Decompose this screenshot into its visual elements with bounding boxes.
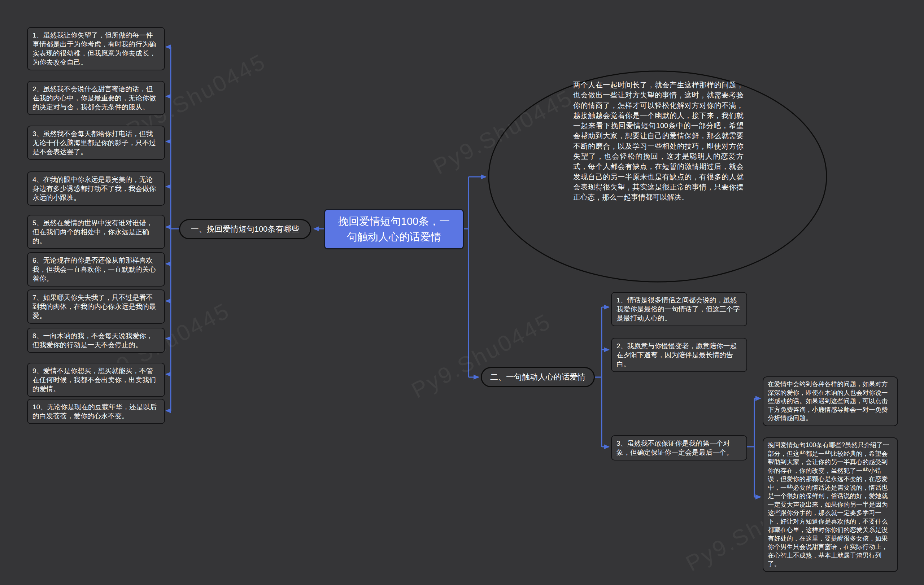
branch2-item-2[interactable]: 2、我愿意与你慢慢变老，愿意陪你一起在夕阳下遛弯，因为陪伴是最长情的告白。 [611,338,747,372]
branch2-node[interactable]: 二、一句触动人心的话爱情 [481,367,595,387]
mindmap-canvas: Py9.Shu0445 Py9.Shu0445 Py9.Shu0445 Py9.… [0,0,924,585]
branch1-item-6[interactable]: 6、无论现在的你是否还像从前那样喜欢我，但我会一直喜欢你，一直默默的关心着你。 [27,252,165,287]
branch1-item-5[interactable]: 5、虽然在爱情的世界中没有谁对谁错，但在我们两个的相处中，你永远是正确的。 [27,215,165,249]
branch2-note-2[interactable]: 挽回爱情短句100条有哪些?虽然只介绍了一部分，但这些都是一些比较经典的，希望会… [763,437,898,572]
branch1-item-3[interactable]: 3、虽然我不会每天都给你打电话，但我无论干什么脑海里都是你的影子，只不过是不会表… [27,125,165,160]
branch1-item-2[interactable]: 2、虽然我不会说什么甜言蜜语的话，但在我的内心中，你是最重要的，无论你做的决定对… [27,81,165,115]
branch2-note-1[interactable]: 在爱情中会约到各种各样的问题，如果对方深深的爱你，即使在木讷的人也会对你说一些感… [763,376,898,426]
summary-ellipse-text: 两个人在一起时间长了，就会产生这样那样的问题，也会做出一些让对方失望的事情，这时… [573,80,744,203]
branch1-item-9[interactable]: 9、爱情不是你想买，想买就能买，不管在任何时候，我都不会出卖你，出卖我们的爱情。 [27,363,165,397]
branch1-item-7[interactable]: 7、如果哪天你失去我了，只不过是看不到我的肉体，在我的内心你永远是我的最爱。 [27,290,165,324]
branch2-item-3[interactable]: 3、虽然我不敢保证你是我的第一个对象，但确定保证你一定会是最后一个。 [611,435,747,460]
root-node[interactable]: 挽回爱情短句100条，一句触动人心的话爱情 [324,209,464,249]
branch2-item-1[interactable]: 1、情话是很多情侣之间都会说的，虽然我爱你是最俗的一句情话了，但这三个字是最打动… [611,292,747,326]
branch1-node[interactable]: 一、挽回爱情短句100条有哪些 [179,219,311,239]
branch1-item-10[interactable]: 10、无论你是现在的豆蔻年华，还是以后的白发苍苍，爱你的心永不变。 [27,399,165,424]
branch1-item-8[interactable]: 8、一向木讷的我，不会每天说我爱你，但我爱你的行动是一天不会停止的。 [27,328,165,353]
branch1-item-4[interactable]: 4、在我的眼中你永远是最完美的，无论身边有多少诱惑都打动不了我，我会做你永远的小… [27,171,165,206]
branch1-item-1[interactable]: 1、虽然我让你失望了，但所做的每一件事情都是出于为你考虑，有时我的行为确实表现的… [27,27,165,70]
